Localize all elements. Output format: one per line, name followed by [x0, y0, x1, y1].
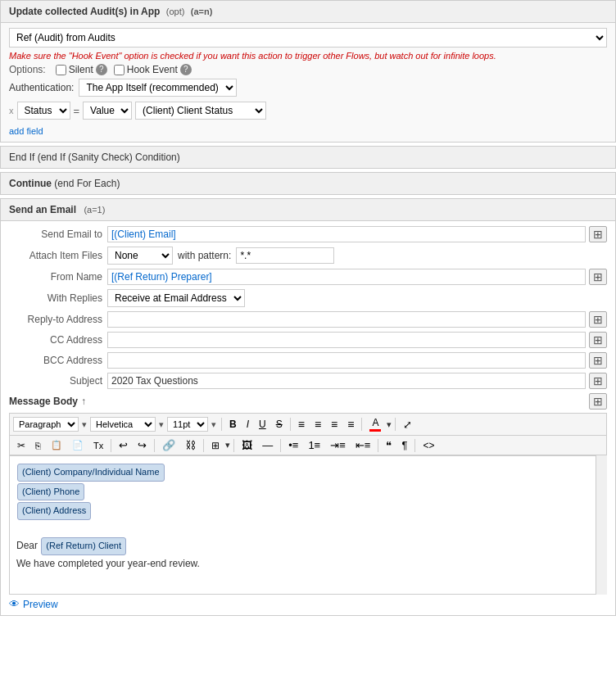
pattern-input[interactable]	[236, 247, 334, 264]
hook-event-label: Hook Event	[127, 64, 178, 75]
eq-label: =	[74, 105, 80, 117]
auth-select[interactable]: The App Itself (recommended)	[79, 79, 237, 97]
toolbar-sep-2	[290, 418, 291, 431]
align-right-button[interactable]: ≡	[327, 416, 342, 432]
fullscreen-button[interactable]: ⤢	[399, 417, 416, 432]
bcc-label: BCC Address	[9, 355, 107, 366]
update-audit-header: Update collected Audit(s) in App (opt) (…	[1, 1, 615, 23]
toolbar-sep-4	[395, 418, 396, 431]
message-body-label: Message Body	[9, 396, 78, 407]
continue-block: Continue (end For Each)	[0, 172, 616, 195]
clear-format-button[interactable]: Tx	[89, 439, 107, 452]
strikethrough-button[interactable]: S	[272, 417, 287, 432]
size-dropdown-icon: ▾	[211, 419, 216, 430]
color-dropdown-icon: ▾	[387, 419, 392, 430]
editor-area[interactable]: (Client) Company/Individual Name (Client…	[9, 455, 607, 595]
font-color-button[interactable]: A	[365, 415, 385, 433]
ordered-list-button[interactable]: 1≡	[304, 437, 324, 453]
field-name-select[interactable]: Status	[17, 102, 70, 120]
add-field-link[interactable]: add field	[9, 126, 43, 136]
link-button[interactable]: 🔗	[158, 437, 179, 453]
ref-dropdown-row: Ref (Audit) from Audits	[9, 28, 607, 48]
justify-button[interactable]: ≡	[343, 416, 358, 432]
cut-button[interactable]: ✂	[13, 438, 29, 453]
continue-detail: (end For Each)	[54, 178, 120, 189]
unlink-button[interactable]: ⛓	[181, 437, 200, 453]
table-button[interactable]: ⊞	[207, 438, 224, 453]
indent-button[interactable]: ⇥≡	[326, 437, 350, 453]
subject-input[interactable]	[107, 373, 586, 389]
editor-scrollbar[interactable]	[596, 455, 607, 595]
send-email-to-label: Send Email to	[9, 229, 107, 240]
toolbar2-sep-2	[154, 439, 155, 452]
bold-button[interactable]: B	[225, 417, 241, 432]
outdent-button[interactable]: ⇤≡	[351, 437, 375, 453]
silent-help-icon[interactable]: ?	[96, 64, 107, 75]
align-left-button[interactable]: ≡	[294, 416, 309, 432]
paste-text-button[interactable]: 📄	[68, 438, 88, 452]
client-address-tag: (Client) Address	[17, 502, 91, 520]
email-content: Send Email to ⊞ Attach Item Files None w…	[1, 221, 615, 615]
cc-row: CC Address ⊞	[9, 332, 607, 348]
send-email-to-row: Send Email to ⊞	[9, 226, 607, 242]
attach-select[interactable]: None	[107, 247, 173, 265]
preview-link[interactable]: Preview	[23, 599, 58, 610]
undo-button[interactable]: ↩	[115, 437, 132, 453]
redo-button[interactable]: ↪	[134, 437, 151, 453]
reply-to-input[interactable]	[107, 311, 586, 328]
from-name-input[interactable]	[107, 269, 586, 285]
para-dropdown-icon: ▾	[82, 419, 87, 430]
paste-button[interactable]: 📋	[47, 438, 66, 452]
toolbar2-sep-7	[414, 439, 415, 452]
field-x-label[interactable]: x	[9, 106, 14, 115]
client-company-tag: (Client) Company/Individual Name	[17, 464, 165, 482]
bcc-grid-icon[interactable]: ⊞	[589, 352, 607, 369]
bcc-input[interactable]	[107, 352, 586, 369]
replies-select[interactable]: Receive at Email Address	[107, 289, 245, 307]
underline-button[interactable]: U	[255, 417, 270, 432]
from-name-grid-icon[interactable]: ⊞	[589, 269, 607, 285]
silent-checkbox-item: Silent ?	[56, 64, 107, 75]
send-email-to-grid-icon[interactable]: ⊞	[589, 226, 607, 242]
editor-line-1: (Client) Company/Individual Name	[16, 463, 591, 482]
table-dropdown-icon: ▾	[225, 440, 230, 450]
update-audit-title: Update collected Audit(s) in App	[9, 6, 160, 17]
align-center-button[interactable]: ≡	[310, 416, 325, 432]
silent-label: Silent	[69, 64, 93, 75]
hook-event-help-icon[interactable]: ?	[180, 64, 192, 75]
reply-to-row: Reply-to Address ⊞	[9, 311, 607, 328]
send-email-to-input[interactable]	[107, 226, 586, 242]
paragraph-select[interactable]: Paragraph	[13, 417, 79, 432]
editor-area-wrapper: (Client) Company/Individual Name (Client…	[9, 455, 607, 595]
ref-select[interactable]: Ref (Audit) from Audits	[9, 28, 607, 48]
end-if-block: End If (end If (Sanity Check) Condition)	[0, 146, 616, 169]
hr-button[interactable]: —	[258, 437, 277, 453]
message-body-icon: ↑	[81, 396, 86, 407]
send-email-title: Send an Email	[9, 204, 76, 215]
message-body-grid-icon[interactable]: ⊞	[589, 393, 607, 410]
preview-row: 👁 Preview	[9, 598, 607, 610]
auth-row: Authentication: The App Itself (recommen…	[9, 79, 607, 97]
bullet-list-button[interactable]: •≡	[284, 437, 302, 453]
subject-grid-icon[interactable]: ⊞	[589, 373, 607, 389]
toolbar2-sep-3	[203, 439, 204, 452]
image-button[interactable]: 🖼	[238, 437, 256, 453]
cc-input[interactable]	[107, 332, 586, 348]
bcc-row: BCC Address ⊞	[9, 352, 607, 369]
italic-button[interactable]: I	[242, 417, 253, 432]
code-button[interactable]: <>	[419, 438, 438, 453]
size-select[interactable]: 11pt	[167, 417, 208, 432]
copy-button[interactable]: ⎘	[31, 439, 45, 452]
font-select[interactable]: Helvetica	[90, 417, 156, 432]
value-type-select[interactable]: Value	[83, 102, 132, 120]
client-status-select[interactable]: (Client) Client Status	[135, 102, 266, 120]
hook-event-checkbox[interactable]	[114, 65, 125, 75]
send-email-section: Send an Email (a=1) Send Email to ⊞ Atta…	[0, 198, 616, 616]
cc-grid-icon[interactable]: ⊞	[589, 332, 607, 348]
reply-to-grid-icon[interactable]: ⊞	[589, 311, 607, 328]
blockquote-button[interactable]: ❝	[382, 437, 396, 453]
paragraph-format-button[interactable]: ¶	[397, 437, 411, 453]
subject-row: Subject ⊞	[9, 373, 607, 389]
silent-checkbox[interactable]	[56, 65, 66, 75]
reply-to-label: Reply-to Address	[9, 314, 107, 325]
